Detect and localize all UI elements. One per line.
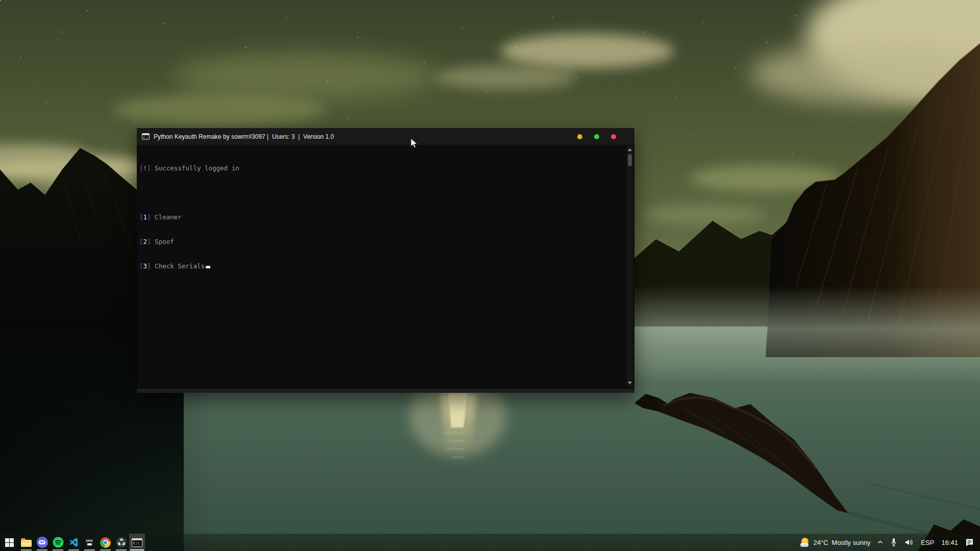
taskbar-item-epic-games[interactable]: EPIC [82, 534, 97, 551]
scroll-down-icon[interactable] [628, 382, 632, 384]
close-button[interactable] [611, 134, 616, 139]
obs-icon [116, 537, 127, 548]
desktop: www.wallpapers-room.com C:\ Python Keyau… [0, 0, 980, 551]
taskbar-item-terminal[interactable]: C:\ [129, 534, 145, 551]
system-tray: 24°C Mostly sunny [800, 534, 980, 551]
mouse-cursor [410, 138, 419, 151]
console-icon: C:\ [132, 538, 142, 547]
taskbar-item-vscode[interactable] [66, 534, 82, 551]
terminal-title: Python Keyauth Remake by sowrrr#3097 | U… [154, 133, 334, 140]
volume-button[interactable] [904, 539, 914, 546]
taskbar-item-chrome[interactable] [97, 534, 113, 551]
taskbar-item-obs[interactable] [113, 534, 129, 551]
console-icon: C:\ [142, 133, 150, 140]
hidden-icons-button[interactable] [877, 540, 883, 544]
taskbar-item-spotify[interactable] [50, 534, 66, 551]
wallpaper-watermark: www.wallpapers-room.com [922, 5, 977, 10]
minimize-button[interactable] [577, 134, 582, 139]
taskbar-item-discord[interactable] [34, 534, 50, 551]
terminal-scrollbar[interactable] [627, 146, 633, 387]
menu-item-3: [3] Check Serials [139, 262, 622, 270]
speaker-icon [904, 539, 914, 546]
status-line: [!] Successfully logged in [139, 164, 622, 172]
windows-start-icon [5, 538, 14, 547]
notification-icon [965, 538, 974, 546]
chevron-up-icon [877, 540, 883, 544]
weather-condition: Mostly sunny [832, 539, 871, 546]
clock[interactable]: 16:41 [941, 539, 958, 546]
taskbar: EPIC C:\ 24°C Mostly sunny [0, 534, 980, 551]
weather-widget[interactable]: 24°C Mostly sunny [800, 538, 871, 547]
folder-icon [21, 540, 32, 547]
terminal-window: C:\ Python Keyauth Remake by sowrrr#3097… [137, 128, 634, 393]
epic-games-icon: EPIC [86, 537, 94, 547]
maximize-button[interactable] [594, 134, 599, 139]
start-button[interactable] [0, 534, 18, 551]
menu-item-2: [2] Spoof [139, 238, 622, 246]
text-cursor [206, 266, 210, 268]
scroll-up-icon[interactable] [628, 148, 632, 151]
microphone-icon [890, 538, 897, 547]
scrollbar-thumb[interactable] [628, 154, 632, 166]
menu-item-1: [1] Cleaner [139, 213, 622, 221]
taskbar-item-file-explorer[interactable] [18, 534, 34, 551]
vscode-icon [69, 537, 79, 547]
action-center-button[interactable] [965, 538, 974, 546]
weather-temperature: 24°C [814, 539, 828, 546]
terminal-titlebar[interactable]: C:\ Python Keyauth Remake by sowrrr#3097… [137, 128, 634, 145]
language-indicator[interactable]: ESP [921, 539, 934, 546]
chrome-icon [100, 537, 111, 548]
stars [0, 0, 1, 1]
discord-icon [37, 537, 48, 548]
microphone-button[interactable] [890, 538, 897, 547]
terminal-content: [!] Successfully logged in [1] Cleaner [… [137, 145, 634, 389]
terminal-bottom-edge [137, 389, 634, 393]
spotify-icon [53, 537, 64, 548]
weather-sun-cloud-icon [800, 538, 810, 547]
